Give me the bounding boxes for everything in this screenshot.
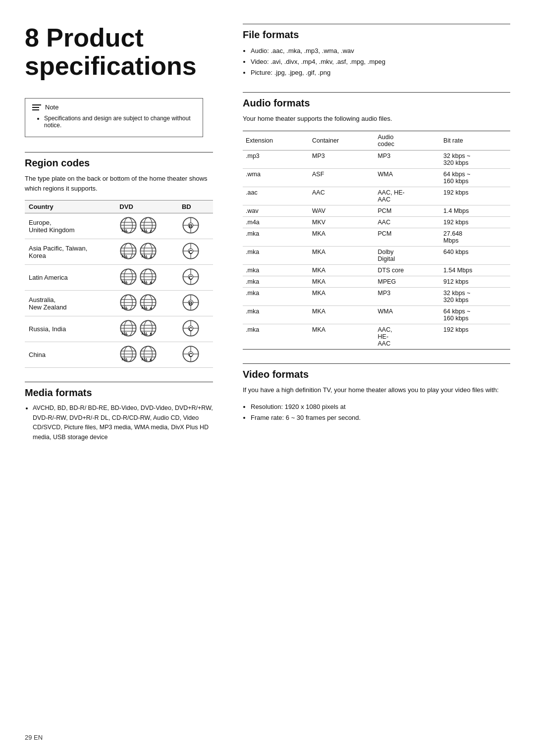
file-divider [243,24,510,24]
bd-disc: C [182,280,200,287]
region-dvd: ALLALL5 [115,316,178,342]
video-item: Frame rate: 6 ~ 30 frames per second. [251,412,510,423]
region-table-row: ChinaALLALL6 C [25,342,213,368]
svg-text:4: 4 [150,306,153,311]
bd-disc: C [182,254,200,261]
audio-cell: MKA [309,228,375,246]
file-item: Audio: .aac, .mka, .mp3, .wma, .wav [251,46,510,56]
region-col-dvd: DVD [115,201,178,213]
page-footer: 29 EN [25,734,43,741]
note-body: Specifications and design are subject to… [32,115,196,129]
audio-cell: MP3 [375,150,441,168]
region-country: Europe, United Kingdom [25,213,115,239]
audio-cell: MKA [309,276,375,287]
region-dvd: ALLALL4 [115,291,178,316]
svg-text:B: B [189,301,193,306]
page-title: 8 Product specifications [25,24,213,80]
audio-table-row: .mkaMKAMPEG912 kbps [243,276,510,287]
region-dvd: ALLALL3 [115,239,178,265]
file-section-title: File formats [243,29,510,41]
audio-table-row: .wmaASFWMA64 kbps ~ 160 kbps [243,168,510,187]
media-section-title: Media formats [25,387,213,399]
media-item: AVCHD, BD, BD-R/ BD-RE, BD-Video, DVD-Vi… [33,403,213,442]
audio-table-row: .wavWAVPCM1.4 Mbps [243,205,510,216]
audio-col-header: Container [309,131,375,150]
audio-table-row: .mkaMKAWMA64 kbps ~ 160 kbps [243,305,510,324]
region-divider [25,152,213,152]
region-bd: C [178,239,213,265]
audio-table-row: .mp3MP3MP332 kbps ~ 320 kbps [243,150,510,168]
audio-cell: 192 kbps [440,216,510,228]
audio-cell: MKA [309,324,375,349]
region-country: Russia, India [25,316,115,342]
region-country: China [25,342,115,368]
video-description: If you have a high definition TV, your h… [243,385,510,395]
audio-cell: PCM [375,205,441,216]
svg-text:4: 4 [150,281,153,285]
region-table-row: Europe, United KingdomALLALL2 B [25,213,213,239]
media-formats-section: Media formats AVCHD, BD, BD-R/ BD-RE, BD… [25,382,213,442]
audio-cell: 27.648 Mbps [440,228,510,246]
audio-cell: 1.4 Mbps [440,205,510,216]
audio-table-row: .mkaMKADTS core1.54 Mbps [243,264,510,276]
dvd-num-disc: ALL5 [139,319,157,339]
media-list: AVCHD, BD, BD-R/ BD-RE, BD-Video, DVD-Vi… [25,403,213,442]
audio-cell: PCM [375,228,441,246]
audio-formats-section: Audio formats Your home theater supports… [243,92,510,350]
region-table-row: Russia, IndiaALLALL5 C [25,316,213,342]
region-bd: C [178,316,213,342]
svg-text:B: B [189,223,193,229]
note-header: Note [32,103,196,111]
audio-cell: .mka [243,305,309,324]
audio-cell: .mp3 [243,150,309,168]
dvd-num-disc: ALL3 [139,242,157,261]
audio-cell: .aac [243,187,309,205]
video-divider [243,363,510,364]
audio-table: ExtensionContainerAudio codecBit rate .m… [243,131,510,350]
svg-text:ALL: ALL [122,229,128,233]
svg-text:ALL: ALL [122,306,128,310]
audio-cell: WMA [375,305,441,324]
audio-col-header: Bit rate [440,131,510,150]
audio-cell: 1.54 Mbps [440,264,510,276]
svg-text:C: C [189,326,193,332]
region-table: Country DVD BD Europe, United KingdomALL… [25,200,213,368]
video-list: Resolution: 1920 x 1080 pixels atFrame r… [243,402,510,423]
audio-col-header: Extension [243,131,309,150]
file-item: Video: .avi, .divx, .mp4, .mkv, .asf, .m… [251,56,510,67]
dvd-num-disc: ALL6 [139,345,157,364]
svg-text:C: C [189,275,193,281]
audio-cell: 640 kbps [440,246,510,264]
svg-text:ALL: ALL [142,306,148,310]
audio-cell: 64 kbps ~ 160 kbps [440,168,510,187]
audio-cell: MPEG [375,276,441,287]
region-bd: B [178,213,213,239]
audio-cell: 32 kbps ~ 320 kbps [440,287,510,305]
region-section-title: Region codes [25,157,213,169]
bd-disc: C [182,357,200,364]
audio-cell: .m4a [243,216,309,228]
audio-table-row: .aacAACAAC, HE- AAC192 kbps [243,187,510,205]
region-table-row: Latin AmericaALLALL4 C [25,265,213,291]
audio-cell: 192 kbps [440,187,510,205]
svg-text:C: C [189,352,193,358]
region-country: Australia, New Zealand [25,291,115,316]
file-list: Audio: .aac, .mka, .mp3, .wma, .wavVideo… [243,46,510,78]
audio-cell: MKV [309,216,375,228]
region-country: Asia Pacific, Taiwan, Korea [25,239,115,265]
dvd-all-disc: ALL [119,294,137,313]
region-dvd: ALLALL4 [115,265,178,291]
dvd-all-disc: ALL [119,345,137,364]
audio-cell: 912 kbps [440,276,510,287]
audio-cell: MP3 [375,287,441,305]
svg-text:ALL: ALL [122,281,128,284]
region-description: The type plate on the back or bottom of … [25,174,213,193]
svg-text:ALL: ALL [142,255,148,258]
audio-divider [243,92,510,93]
svg-text:ALL: ALL [142,332,148,336]
region-col-country: Country [25,201,115,213]
audio-cell: .wma [243,168,309,187]
svg-text:ALL: ALL [122,332,128,336]
svg-text:ALL: ALL [142,358,148,361]
audio-cell: AAC, HE- AAC [375,187,441,205]
